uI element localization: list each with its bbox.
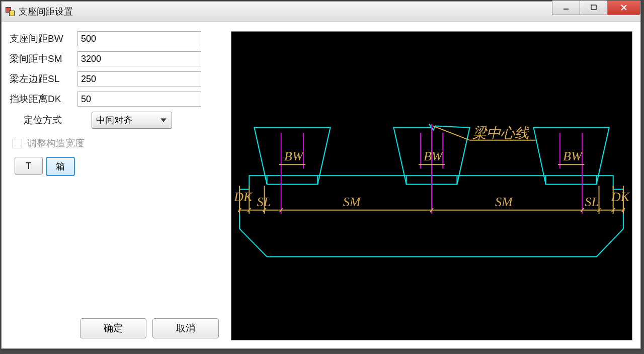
minimize-button[interactable] <box>552 1 580 15</box>
dialog-buttons: 确定 取消 <box>80 318 221 338</box>
ok-button[interactable]: 确定 <box>80 318 146 338</box>
toggle-t-button[interactable]: T <box>15 157 43 175</box>
row-sm: 梁间距中SM <box>10 51 221 66</box>
minimize-icon <box>562 4 570 11</box>
dialog-window: 支座间距设置 支座间距BW 梁间距中SM <box>1 1 641 349</box>
close-icon <box>620 4 628 12</box>
select-align-value: 中间对齐 <box>96 114 132 126</box>
maximize-button[interactable] <box>580 1 608 15</box>
label-sl: 梁左边距SL <box>10 72 77 85</box>
svg-rect-1 <box>591 5 596 10</box>
input-sl[interactable] <box>77 71 201 86</box>
input-dk[interactable] <box>77 92 201 107</box>
diagram-label-centerline: 梁中心线 <box>472 125 529 141</box>
diagram-label-sm-1: SM <box>343 195 362 209</box>
close-button[interactable] <box>607 1 640 15</box>
label-bw: 支座间距BW <box>10 32 77 45</box>
row-bw: 支座间距BW <box>10 31 221 46</box>
diagram-label-bw-1: BW <box>284 149 304 163</box>
diagram-label-bw-2: BW <box>424 149 444 163</box>
diagram-label-sl-r: SL <box>585 195 599 209</box>
titlebar[interactable]: 支座间距设置 <box>2 2 640 22</box>
input-sm[interactable] <box>77 51 201 66</box>
cancel-button[interactable]: 取消 <box>152 318 219 338</box>
toggle-box-button[interactable]: 箱 <box>46 157 75 176</box>
row-dk: 挡块距离DK <box>10 92 221 107</box>
content-area: 支座间距BW 梁间距中SM 梁左边距SL 挡块距离DK 定位方式 中间对齐 <box>2 22 640 348</box>
bearing-diagram: BW BW BW DK DK SL SL SM SM 梁中心线 <box>231 32 632 340</box>
window-controls <box>552 1 640 15</box>
diagram-label-sm-2: SM <box>495 195 514 209</box>
window-title: 支座间距设置 <box>19 6 73 18</box>
diagram-label-bw-3: BW <box>563 149 583 163</box>
checkbox-adjust-width[interactable] <box>13 139 22 148</box>
row-align: 定位方式 中间对齐 <box>10 112 221 129</box>
toggle-row: T 箱 <box>15 157 221 176</box>
maximize-icon <box>590 4 597 11</box>
select-align[interactable]: 中间对齐 <box>92 112 172 129</box>
input-bw[interactable] <box>77 31 201 46</box>
label-dk: 挡块距离DK <box>10 93 77 106</box>
row-adjust-width[interactable]: 调整构造宽度 <box>13 137 221 150</box>
diagram-label-dk-l: DK <box>233 190 253 204</box>
diagram-label-sl-l: SL <box>257 195 271 209</box>
label-adjust-width: 调整构造宽度 <box>27 137 85 150</box>
app-icon <box>6 7 15 16</box>
diagram-label-dk-r: DK <box>611 190 630 204</box>
form-panel: 支座间距BW 梁间距中SM 梁左边距SL 挡块距离DK 定位方式 中间对齐 <box>10 31 221 340</box>
label-sm: 梁间距中SM <box>10 52 77 65</box>
svg-line-36 <box>433 126 470 140</box>
label-align: 定位方式 <box>10 114 92 127</box>
diagram-panel: BW BW BW DK DK SL SL SM SM 梁中心线 <box>231 31 632 340</box>
row-sl: 梁左边距SL <box>10 71 221 86</box>
